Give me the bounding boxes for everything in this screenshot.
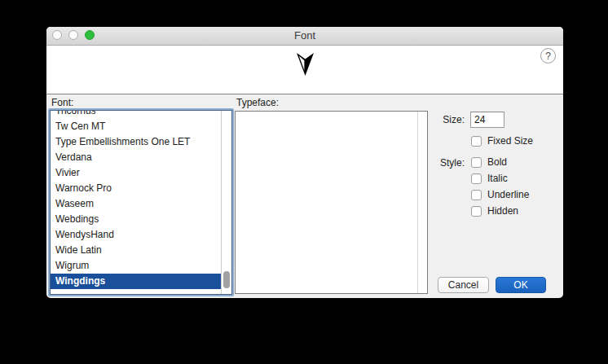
- style-option-underline: Underline: [471, 189, 529, 200]
- font-list-focus-ring: TricornusTw Cen MTType Embellishments On…: [48, 108, 234, 296]
- font-list-item[interactable]: Wingdings: [51, 274, 221, 289]
- font-list[interactable]: TricornusTw Cen MTType Embellishments On…: [50, 110, 232, 295]
- font-list-item[interactable]: WendysHand: [51, 227, 221, 243]
- typeface-list-label: Typeface:: [236, 97, 279, 108]
- bold-checkbox[interactable]: [471, 157, 482, 168]
- font-list-scrollbar[interactable]: [221, 111, 231, 294]
- hidden-checkbox[interactable]: [471, 206, 482, 217]
- font-list-item[interactable]: Tricornus: [51, 110, 221, 119]
- style-option-bold: Bold: [471, 156, 507, 168]
- underline-checkbox[interactable]: [471, 190, 482, 200]
- size-label: Size:: [417, 114, 465, 125]
- hidden-label: Hidden: [487, 205, 518, 217]
- font-list-item[interactable]: Vivier: [51, 165, 221, 181]
- ok-button[interactable]: OK: [496, 277, 546, 293]
- font-list-item[interactable]: Webdings: [51, 212, 221, 227]
- font-preview-pane: ?: [46, 46, 563, 94]
- typeface-scrollbar-track: [417, 112, 418, 293]
- font-list-label: Font:: [51, 97, 73, 108]
- font-list-item[interactable]: Waseem: [51, 196, 221, 212]
- font-list-item[interactable]: Warnock Pro: [51, 181, 221, 196]
- font-list-item[interactable]: Type Embellishments One LET: [51, 134, 221, 150]
- font-list-item[interactable]: Tw Cen MT: [51, 119, 221, 134]
- wingdings-glyph-icon: [295, 52, 315, 81]
- fixed-size-label: Fixed Size: [487, 135, 533, 147]
- title-bar[interactable]: Font: [46, 27, 563, 46]
- fixed-size-option: Fixed Size: [471, 135, 533, 147]
- font-list-item[interactable]: Wide Latin: [51, 243, 221, 258]
- font-list-rows: TricornusTw Cen MTType Embellishments On…: [51, 111, 221, 289]
- font-dialog-window: Font ? Font: Typeface: TricornusTw Cen M…: [46, 27, 563, 298]
- font-list-item[interactable]: Wigrum: [51, 258, 221, 274]
- window-title: Font: [46, 27, 563, 45]
- cancel-button[interactable]: Cancel: [438, 277, 489, 293]
- italic-checkbox[interactable]: [471, 173, 482, 184]
- bold-label: Bold: [487, 156, 507, 168]
- size-input[interactable]: [470, 112, 504, 128]
- fixed-size-checkbox[interactable]: [471, 136, 482, 147]
- scrollbar-thumb[interactable]: [223, 271, 230, 288]
- help-button[interactable]: ?: [540, 48, 556, 64]
- italic-label: Italic: [487, 173, 508, 184]
- style-label: Style:: [417, 157, 465, 169]
- style-option-hidden: Hidden: [471, 205, 518, 217]
- style-option-italic: Italic: [471, 173, 508, 184]
- underline-label: Underline: [487, 189, 529, 200]
- typeface-list[interactable]: [235, 111, 428, 294]
- font-list-item[interactable]: Verdana: [51, 150, 221, 165]
